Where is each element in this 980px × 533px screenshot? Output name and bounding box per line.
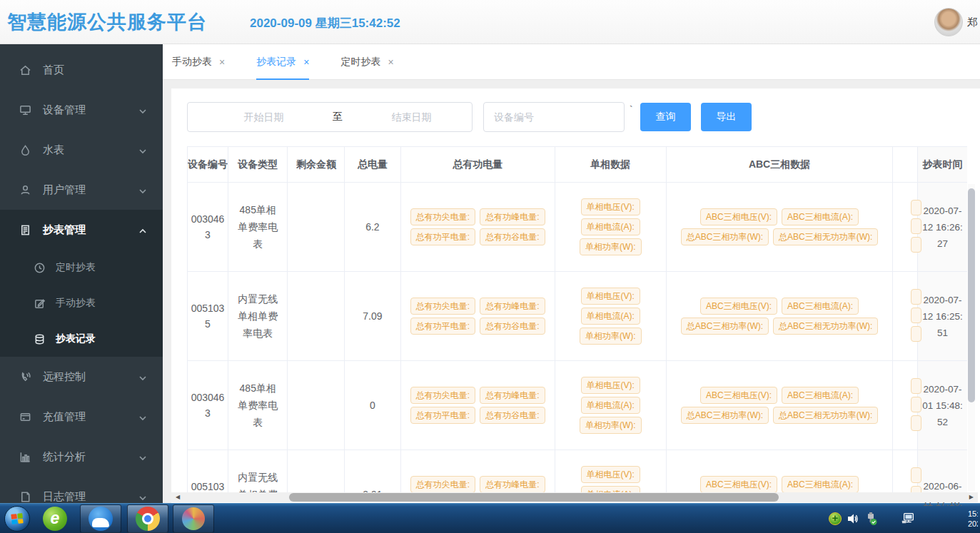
data-tag: ABC三相电压(V): [700, 298, 777, 315]
horizontal-scrollbar[interactable]: ◀ ▶ [171, 492, 978, 502]
safety-icon[interactable]: + [828, 512, 842, 526]
windows-start-icon[interactable] [4, 506, 30, 532]
table-row: 0051033内置无线单相单费率电表3.91总有功尖电量:总有功峰电量:总有功平… [188, 450, 967, 493]
sidebar-subitem[interactable]: 抄表记录 [0, 321, 163, 357]
sidebar-item[interactable]: 设备管理 [0, 90, 163, 130]
close-icon[interactable]: × [303, 56, 309, 68]
clock-icon [33, 261, 46, 274]
start-date-input[interactable] [199, 111, 328, 123]
cell-single-phase: 单相电压(V):单相电流(A):单相功率(W): [555, 361, 666, 450]
sidebar-subitem[interactable]: 定时抄表 [0, 250, 163, 285]
table-row: 0030463485单相单费率电表6.2总有功尖电量:总有功峰电量:总有功平电量… [188, 183, 967, 272]
tab-label: 定时抄表 [340, 56, 380, 68]
sidebar-item[interactable]: 抄表管理 [0, 210, 163, 250]
sidebar-subitem[interactable]: 手动抄表 [0, 285, 163, 321]
photos-button[interactable] [173, 504, 214, 533]
chevron-down-icon [138, 452, 147, 461]
header-datetime: 2020-09-09 星期三15:42:52 [250, 15, 400, 31]
cell-device-type: 内置无线单相单费率电表 [228, 272, 288, 361]
droplet-icon [19, 143, 31, 156]
system-tray: + [828, 504, 919, 533]
data-tag: 总ABC三相功率(W): [681, 318, 769, 335]
table-row: 0030463485单相单费率电表0总有功尖电量:总有功峰电量:总有功平电量:总… [188, 361, 967, 450]
chart-icon [19, 450, 31, 463]
sidebar-item-label: 抄表管理 [43, 223, 86, 237]
data-tag: ABC三相电压(V): [700, 387, 777, 404]
export-button[interactable]: 导出 [701, 103, 752, 131]
stray-character: ` [630, 104, 633, 116]
clipped-tag [911, 378, 921, 394]
vertical-scrollbar-thumb[interactable] [968, 188, 975, 402]
records-table: 设备编号设备类型剩余金额总电量总有功电量单相数据ABC三相数据003046348… [187, 146, 967, 492]
data-tag: 单相功率(W): [580, 328, 642, 345]
horizontal-scrollbar-thumb[interactable] [289, 493, 779, 502]
data-tag: 总有功谷电量: [480, 228, 545, 245]
data-tag: 总有功尖电量: [410, 208, 475, 225]
sidebar-item[interactable]: 用户管理 [0, 170, 163, 210]
cell-total-active-energy: 总有功尖电量:总有功峰电量:总有功平电量:总有功谷电量: [400, 183, 555, 272]
data-tag: 总ABC三相无功功率(W): [773, 228, 878, 245]
range-separator: 至 [328, 111, 347, 123]
browser-360-icon[interactable]: e [43, 507, 67, 531]
cell-device-no: 0030463 [188, 183, 228, 272]
close-icon[interactable]: × [219, 56, 225, 68]
sidebar-item[interactable]: 远程控制 [0, 357, 163, 397]
cell-three-phase: ABC三相电压(V):ABC三相电流(A):总ABC三相功率(W):总ABC三相… [666, 183, 893, 272]
tab-item[interactable]: 定时抄表× [340, 44, 393, 80]
scroll-left-arrow-icon[interactable]: ◀ [176, 493, 180, 502]
cell-total-active-energy: 总有功尖电量:总有功峰电量:总有功平电量:总有功谷电量: [400, 361, 555, 450]
tab-active[interactable]: 抄表记录× [256, 44, 309, 80]
tab-item[interactable]: 手动抄表× [172, 44, 225, 80]
query-button[interactable]: 查询 [640, 103, 691, 131]
data-table: 设备编号设备类型剩余金额总电量总有功电量单相数据ABC三相数据003046348… [187, 146, 967, 492]
clipped-tag [911, 218, 921, 234]
volume-icon[interactable] [846, 512, 860, 526]
vertical-scrollbar[interactable] [968, 184, 975, 491]
column-header: 总有功电量 [400, 147, 555, 183]
chevron-down-icon [138, 146, 147, 154]
network-icon[interactable] [901, 512, 916, 526]
sidebar-item[interactable]: 水表 [0, 130, 163, 170]
sidebar-item-label: 抄表记录 [56, 333, 96, 345]
column-header: 剩余金额 [288, 147, 345, 183]
scroll-right-arrow-icon[interactable]: ▶ [969, 493, 974, 502]
sidebar-item[interactable]: 统计分析 [0, 437, 163, 477]
remote-icon [19, 370, 31, 383]
photos-icon [182, 507, 205, 530]
data-tag: 总有功谷电量: [480, 407, 545, 424]
cell-single-phase: 单相电压(V):单相电流(A):单相功率(W): [555, 183, 666, 272]
cell-three-phase: ABC三相电压(V):ABC三相电流(A):总ABC三相功率(W):总ABC三相… [666, 361, 893, 450]
sidebar-item-label: 充值管理 [43, 410, 86, 424]
sidebar-item-label: 统计分析 [43, 450, 86, 464]
chrome-button[interactable] [127, 504, 168, 533]
avatar[interactable] [934, 8, 963, 36]
end-date-input[interactable] [347, 111, 476, 123]
cell-total-energy: 0 [345, 361, 400, 450]
qq-browser-button[interactable] [80, 504, 121, 533]
chevron-down-icon [138, 106, 147, 114]
clipped-tag [911, 289, 921, 305]
close-icon[interactable]: × [388, 56, 393, 68]
data-tag: 单相电流(A): [581, 486, 640, 492]
chrome-icon [136, 507, 160, 531]
sidebar-item[interactable]: 充值管理 [0, 397, 163, 437]
device-no-input[interactable] [483, 102, 625, 132]
data-tag: ABC三相电流(A): [782, 387, 859, 404]
log-icon [19, 490, 31, 503]
cell-read-time: 2020-07-01 15:48:52 [918, 361, 967, 450]
card-icon [19, 410, 31, 423]
sidebar-item[interactable]: 首页 [0, 50, 163, 90]
data-tag: 单相功率(W): [580, 417, 642, 434]
home-icon [19, 64, 31, 76]
data-tag: ABC三相电压(V): [700, 476, 777, 492]
chevron-down-icon [138, 186, 147, 194]
sidebar-item-label: 水表 [43, 143, 64, 157]
screen: 智慧能源公共服务平台 2020-09-09 星期三15:42:52 郑 首页设备… [0, 0, 980, 533]
cell-balance [288, 183, 345, 272]
data-tag: 单相电压(V): [581, 288, 640, 305]
cell-single-phase: 单相电压(V):单相电流(A):单相功率(W): [555, 450, 666, 493]
cell-single-phase: 单相电压(V):单相电流(A):单相功率(W): [555, 272, 666, 361]
usb-icon[interactable] [864, 512, 878, 526]
taskbar-clock[interactable]: 15:422020/ [968, 509, 978, 530]
date-range-picker[interactable]: 至 [187, 102, 473, 132]
